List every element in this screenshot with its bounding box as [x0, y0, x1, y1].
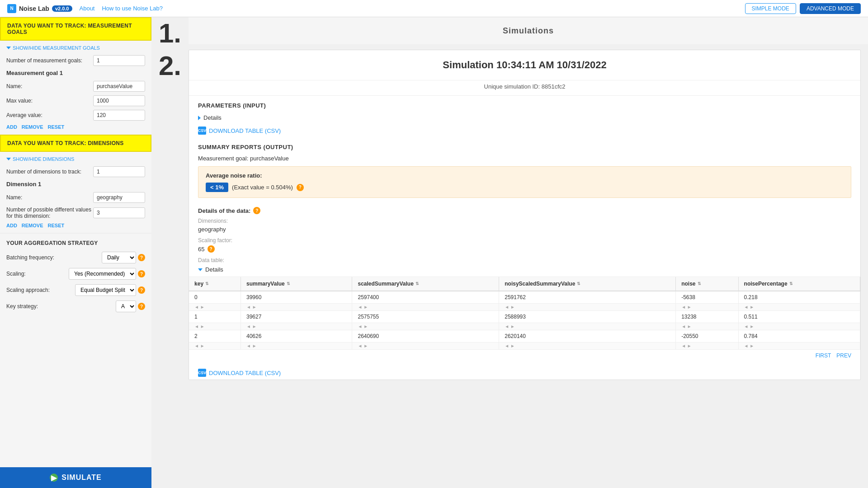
dim-possible-row: Number of possible different values for … [6, 206, 145, 219]
simulate-button[interactable]: ▶ SIMULATE [0, 467, 151, 488]
cell-key: 2 [189, 330, 241, 343]
num-goals-label: Number of measurement goals: [6, 57, 93, 64]
dim-actions: ADD REMOVE RESET [6, 223, 145, 228]
chevron-down-icon [6, 47, 11, 49]
col-noise: noise ⇅ [676, 277, 738, 291]
download-csv2-button[interactable]: CSV DOWNLOAD TABLE (CSV) [189, 366, 860, 380]
scaling-factor-label: Scaling factor: [189, 235, 860, 244]
advanced-mode-button[interactable]: ADVANCED MODE [800, 3, 861, 14]
scaling-help-icon[interactable]: ? [138, 270, 145, 277]
dim-name-label: Name: [6, 194, 93, 201]
about-link[interactable]: About [80, 5, 95, 12]
chevron-right-icon [198, 116, 201, 120]
sort-icon-noisepct[interactable]: ⇅ [789, 282, 793, 286]
scaling-approach-help-icon[interactable]: ? [138, 286, 145, 294]
noise-exact: (Exact value = 0.504%) [232, 184, 293, 191]
noise-ratio-value: < 1% (Exact value = 0.504%) ? [206, 183, 844, 192]
first-nav-link[interactable]: FIRST [816, 352, 831, 359]
scroll-arrow-row: ◄ ►◄ ►◄ ►◄ ►◄ ►◄ ► [189, 343, 860, 350]
dimensions-label: Dimensions: [189, 216, 860, 225]
dim-name-input[interactable] [93, 192, 145, 203]
col-scaledSummaryValue: scaledSummaryValue ⇅ [352, 277, 499, 291]
add-dim-link[interactable]: ADD [6, 223, 17, 228]
download-csv-button[interactable]: CSV DOWNLOAD TABLE (CSV) [189, 124, 860, 137]
cell-scaledSummaryValue: 2640690 [352, 330, 499, 343]
num-goals-input[interactable] [93, 55, 145, 66]
details-toggle[interactable]: Details [189, 112, 860, 124]
table-row: 13962725757552588993132380.511 [189, 311, 860, 323]
add-goal-link[interactable]: ADD [6, 124, 17, 130]
key-strategy-label: Key strategy: [6, 303, 116, 310]
key-strategy-row: Key strategy: A B ? [6, 300, 145, 312]
goal-avg-input[interactable] [93, 110, 145, 121]
num-dims-label: Number of dimensions to track: [6, 169, 93, 175]
num-goals-row: Number of measurement goals: [6, 55, 145, 66]
goal1-title: Measurement goal 1 [6, 70, 145, 76]
measurement-goals-section: SHOW/HIDE MEASUREMENT GOALS Number of me… [0, 41, 151, 135]
batching-select[interactable]: Daily Weekly [102, 252, 136, 263]
data-table-toggle[interactable]: Details [189, 264, 860, 277]
goal-avg-label: Average value: [6, 112, 93, 118]
csv-icon: CSV [198, 127, 206, 135]
scaling-approach-select[interactable]: Equal Budget Split [75, 284, 136, 296]
remove-dim-link[interactable]: REMOVE [22, 223, 43, 228]
agg-title: YOUR AGGREGATION STRATEGY [6, 240, 145, 246]
cell-key: 1 [189, 311, 241, 323]
details-help-icon[interactable]: ? [253, 207, 260, 214]
how-to-link[interactable]: How to use Noise Lab? [102, 5, 162, 12]
reset-dim-link[interactable]: RESET [48, 223, 65, 228]
show-hide-goals-toggle[interactable]: SHOW/HIDE MEASUREMENT GOALS [6, 45, 145, 51]
noise-help-icon[interactable]: ? [297, 184, 304, 191]
sort-icon-scaled[interactable]: ⇅ [415, 282, 419, 286]
remove-goal-link[interactable]: REMOVE [22, 124, 43, 130]
scaling-approach-row: Scaling approach: Equal Budget Split ? [6, 284, 145, 296]
sort-icon-summary[interactable]: ⇅ [287, 282, 290, 286]
dim1-title: Dimension 1 [6, 181, 145, 188]
summary-header: SUMMARY REPORTS (OUTPUT) [189, 137, 860, 153]
step2-label: 2. [151, 50, 189, 82]
table-navigation: FIRST PREV [189, 350, 860, 361]
batching-help-icon[interactable]: ? [138, 254, 145, 261]
scroll-arrow-row: ◄ ►◄ ►◄ ►◄ ►◄ ►◄ ► [189, 304, 860, 311]
show-hide-dims-toggle[interactable]: SHOW/HIDE DIMENSIONS [6, 156, 145, 162]
section2-header: DATA YOU WANT TO TRACK: DIMENSIONS [0, 135, 151, 152]
sim-title: Simulation 10:34:11 AM 10/31/2022 [189, 50, 860, 80]
sort-icon-noise[interactable]: ⇅ [698, 282, 701, 286]
key-strategy-help-icon[interactable]: ? [138, 303, 145, 310]
logo-text: Noise Lab [19, 5, 49, 12]
avg-noise-ratio-label: Average noise ratio: [206, 172, 844, 179]
sort-icon-noisy[interactable]: ⇅ [577, 282, 580, 286]
num-dims-input[interactable] [93, 166, 145, 177]
goal-max-row: Max value: [6, 95, 145, 106]
num-dims-row: Number of dimensions to track: [6, 166, 145, 177]
goal-max-input[interactable] [93, 95, 145, 106]
scaling-help-icon[interactable]: ? [208, 245, 215, 253]
reset-goal-link[interactable]: RESET [48, 124, 65, 130]
logo: N Noise Lab v2.0.0 [7, 4, 72, 13]
goal-actions: ADD REMOVE RESET [6, 124, 145, 130]
simple-mode-button[interactable]: SIMPLE MODE [745, 3, 796, 14]
cell-noisyScaledSummaryValue: 2588993 [499, 311, 676, 323]
col-noisePercentage: noisePercentage ⇅ [738, 277, 860, 291]
col-noisyScaled: noisyScaledSummaryValue ⇅ [499, 277, 676, 291]
sort-icon-key[interactable]: ⇅ [205, 282, 209, 286]
dim-possible-input[interactable] [93, 207, 145, 218]
batching-label: Batching frequency: [6, 254, 102, 261]
version-badge: v2.0.0 [52, 5, 72, 12]
goal-name-input[interactable] [93, 81, 145, 92]
scaling-select[interactable]: Yes (Recommended) No [69, 268, 136, 280]
table-row: 24062626406902620140-205500.784 [189, 330, 860, 343]
key-strategy-select[interactable]: A B [116, 300, 136, 312]
mode-switcher: SIMPLE MODE ADVANCED MODE [745, 3, 861, 14]
scaling-row: Scaling: Yes (Recommended) No ? [6, 268, 145, 280]
goal-name-label: Name: [6, 83, 93, 89]
cell-noise: 13238 [676, 311, 738, 323]
cell-noise: -20550 [676, 330, 738, 343]
dim-possible-label: Number of possible different values for … [6, 206, 93, 219]
batching-row: Batching frequency: Daily Weekly ? [6, 252, 145, 263]
measurement-goal-label: Measurement goal: purchaseValue [189, 153, 860, 166]
csv-icon2: CSV [198, 369, 206, 377]
sidebar-bottom: ▶ SIMULATE [0, 467, 151, 488]
col-key: key ⇅ [189, 277, 241, 291]
prev-nav-link[interactable]: PREV [836, 352, 851, 359]
